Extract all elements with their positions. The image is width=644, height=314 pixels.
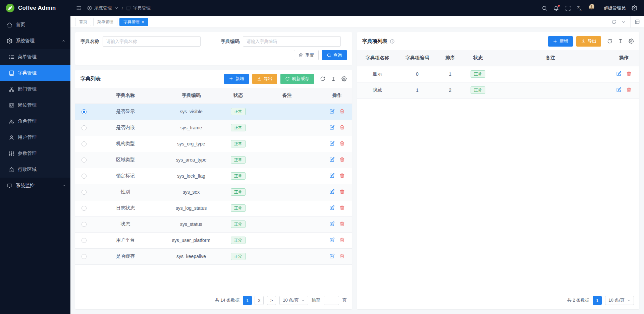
- sidebar-item-param-management[interactable]: 参数管理: [0, 145, 70, 162]
- sidebar-group-system-management[interactable]: 系统管理: [0, 33, 70, 49]
- page-size-select[interactable]: 10 条/页: [279, 296, 308, 305]
- edit-icon[interactable]: [329, 173, 335, 178]
- dict-table-row[interactable]: 是否缓存sys_keepalive正常: [75, 248, 352, 264]
- page-button[interactable]: 1: [243, 296, 252, 305]
- dict-table-row[interactable]: 日志状态sys_log_status正常: [75, 200, 352, 216]
- add-dict-item-button[interactable]: 新增: [548, 36, 573, 47]
- row-radio[interactable]: [82, 222, 87, 227]
- tab-item[interactable]: 字典管理×: [119, 18, 148, 26]
- row-radio[interactable]: [82, 190, 87, 195]
- add-dict-button[interactable]: 新增: [224, 74, 249, 84]
- logo[interactable]: Coffee Admin: [0, 0, 70, 16]
- column-settings-gear-icon[interactable]: [629, 39, 634, 44]
- row-radio[interactable]: [82, 238, 87, 243]
- status-badge: 正常: [231, 188, 246, 196]
- delete-icon[interactable]: [626, 87, 632, 92]
- dict-table-row[interactable]: 锁定标记sys_lock_flag正常: [75, 168, 352, 184]
- page-size-select[interactable]: 10 条/页: [605, 296, 634, 305]
- collapse-sidebar-icon[interactable]: [76, 5, 82, 11]
- avatar[interactable]: [589, 4, 598, 13]
- density-icon[interactable]: [618, 39, 623, 44]
- tab-close-icon[interactable]: ×: [142, 20, 144, 24]
- delete-icon[interactable]: [339, 125, 345, 130]
- delete-icon[interactable]: [339, 189, 345, 194]
- search-icon[interactable]: [542, 5, 547, 11]
- refresh-table-icon[interactable]: [320, 76, 325, 81]
- delete-icon[interactable]: [339, 237, 345, 243]
- dict-table-row[interactable]: 用户平台sys_user_platform正常: [75, 232, 352, 248]
- dict-name-input[interactable]: [103, 36, 201, 47]
- refresh-table-icon[interactable]: [607, 39, 612, 44]
- dict-table-row[interactable]: 性别sys_sex正常: [75, 184, 352, 200]
- delete-icon[interactable]: [339, 253, 345, 259]
- edit-icon[interactable]: [329, 157, 335, 162]
- delete-icon[interactable]: [626, 71, 632, 76]
- edit-icon[interactable]: [329, 237, 335, 243]
- delete-icon[interactable]: [339, 173, 345, 178]
- page-button[interactable]: 1: [593, 296, 602, 305]
- dict-table-row[interactable]: 状态sys_status正常: [75, 216, 352, 232]
- density-icon[interactable]: [331, 76, 336, 81]
- refresh-cache-button[interactable]: 刷新缓存: [280, 74, 314, 84]
- page-jump-input[interactable]: [324, 296, 339, 305]
- tab-item[interactable]: 菜单管理: [93, 18, 117, 26]
- column-settings-gear-icon[interactable]: [341, 76, 347, 81]
- export-dict-items-button[interactable]: 导出: [576, 36, 601, 47]
- edit-icon[interactable]: [329, 141, 335, 146]
- tab-item[interactable]: 首页: [75, 18, 91, 26]
- next-page-button[interactable]: >: [267, 296, 276, 305]
- layout-toggle-button[interactable]: [630, 16, 644, 27]
- edit-icon[interactable]: [329, 253, 335, 259]
- delete-icon[interactable]: [339, 205, 345, 210]
- edit-icon[interactable]: [329, 189, 335, 194]
- dict-table-row[interactable]: 机构类型sys_org_type正常: [75, 136, 352, 152]
- dict-item-row[interactable]: 显示01正常: [357, 66, 639, 82]
- breadcrumb-item-system[interactable]: 系统管理: [94, 5, 112, 11]
- delete-icon[interactable]: [339, 109, 345, 114]
- sidebar-group-system-monitor[interactable]: 系统监控: [0, 178, 70, 194]
- edit-icon[interactable]: [329, 221, 335, 227]
- username[interactable]: 超级管理员: [604, 5, 626, 11]
- row-radio[interactable]: [82, 174, 87, 179]
- row-radio[interactable]: [82, 206, 87, 211]
- sidebar-item-user-management[interactable]: 用户管理: [0, 129, 70, 145]
- dict-table-row[interactable]: 是否显示sys_visible正常: [75, 104, 352, 120]
- page-button[interactable]: 2: [255, 296, 264, 305]
- dict-code-input[interactable]: [243, 36, 341, 47]
- dict-table-row[interactable]: 是否内嵌sys_frame正常: [75, 120, 352, 136]
- dict-item-row[interactable]: 隐藏12正常: [357, 82, 639, 98]
- export-dict-button[interactable]: 导出: [252, 74, 277, 84]
- sidebar-item-role-management[interactable]: 角色管理: [0, 113, 70, 129]
- sidebar-item-post-management[interactable]: 岗位管理: [0, 97, 70, 113]
- row-radio[interactable]: [82, 158, 87, 163]
- edit-icon[interactable]: [616, 71, 622, 76]
- query-button[interactable]: 查询: [322, 50, 347, 60]
- sidebar-item-dict-management[interactable]: 字典管理: [0, 65, 70, 81]
- delete-icon[interactable]: [339, 157, 345, 162]
- delete-icon[interactable]: [339, 221, 345, 227]
- dict-table-row[interactable]: 区域类型sys_area_type正常: [75, 152, 352, 168]
- edit-icon[interactable]: [329, 125, 335, 130]
- translate-icon[interactable]: 文A: [577, 5, 583, 11]
- row-radio[interactable]: [82, 125, 87, 130]
- sidebar-item-menu-management[interactable]: 菜单管理: [0, 49, 70, 65]
- edit-icon[interactable]: [329, 109, 335, 114]
- sidebar-item-region-management[interactable]: 行政区域: [0, 162, 70, 178]
- sidebar-item-dept-management[interactable]: 部门管理: [0, 81, 70, 97]
- edit-icon[interactable]: [616, 87, 622, 92]
- delete-icon[interactable]: [339, 141, 345, 146]
- row-radio[interactable]: [82, 141, 87, 146]
- export-item-button-label: 导出: [588, 38, 596, 44]
- tabs-menu-chevron-icon[interactable]: [621, 19, 626, 24]
- sidebar-item-home[interactable]: 首页: [0, 17, 70, 33]
- settings-gear-icon[interactable]: [632, 5, 637, 11]
- info-icon[interactable]: [390, 39, 395, 44]
- edit-icon[interactable]: [329, 205, 335, 210]
- row-radio[interactable]: [82, 109, 87, 114]
- refresh-page-icon[interactable]: [611, 19, 616, 24]
- notifications-bell-icon[interactable]: [553, 5, 559, 11]
- row-radio[interactable]: [82, 254, 87, 259]
- fullscreen-icon[interactable]: [565, 5, 571, 11]
- param-management-icon: [9, 151, 14, 156]
- reset-button[interactable]: 重置: [294, 50, 319, 60]
